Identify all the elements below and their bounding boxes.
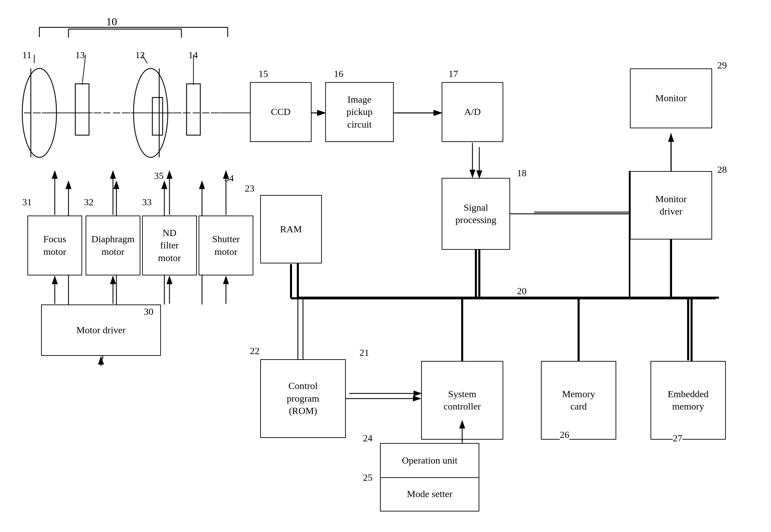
control-program-box: Control program (ROM): [260, 359, 346, 438]
monitor-label: Monitor: [655, 92, 687, 104]
ccd-box: CCD: [250, 82, 312, 142]
label-10: 10: [106, 15, 117, 28]
label-30: 30: [144, 306, 153, 317]
ram-box: RAM: [260, 195, 322, 263]
label-13: 13: [75, 50, 85, 61]
signal-processing-box: Signal processing: [442, 178, 510, 250]
ad-label: A/D: [464, 106, 481, 118]
motor-driver-label: Motor driver: [76, 324, 126, 336]
image-pickup-box: Image pickup circuit: [325, 82, 394, 142]
diaphragm-motor-box: Diaphragm motor: [86, 216, 140, 275]
nd-filter-motor-label: ND filter motor: [158, 227, 181, 264]
label-14: 14: [188, 50, 198, 61]
label-33: 33: [142, 197, 152, 208]
label-12: 12: [135, 50, 145, 61]
label-28: 28: [717, 164, 727, 175]
label-27: 27: [673, 433, 682, 444]
label-23: 23: [245, 183, 254, 194]
label-22: 22: [250, 346, 260, 356]
label-18: 18: [517, 168, 527, 179]
operation-mode-divider: [380, 477, 479, 478]
ram-label: RAM: [280, 223, 302, 235]
element-13: [74, 82, 91, 137]
svg-point-32: [22, 68, 56, 157]
label-15: 15: [258, 68, 268, 79]
label-24: 24: [363, 433, 372, 444]
monitor-box: Monitor: [630, 68, 712, 128]
image-pickup-label: Image pickup circuit: [346, 93, 372, 131]
label-34: 34: [224, 173, 234, 184]
monitor-driver-label: Monitor driver: [655, 193, 687, 218]
element-35: [151, 96, 164, 137]
shutter-motor-box: Shutter motor: [199, 216, 253, 275]
system-controller-box: System controller: [421, 361, 503, 440]
element-14: [185, 82, 202, 137]
operation-unit-box: Operation unit: [380, 443, 479, 477]
label-11: 11: [22, 50, 31, 61]
control-program-label: Control program (ROM): [287, 380, 319, 417]
svg-rect-36: [75, 84, 89, 135]
embedded-memory-box: Embedded memory: [650, 361, 726, 440]
operation-unit-label: Operation unit: [402, 454, 458, 467]
nd-filter-motor-box: ND filter motor: [142, 216, 197, 275]
mode-setter-box: Mode setter: [380, 477, 479, 511]
monitor-driver-box: Monitor driver: [630, 171, 712, 239]
focus-motor-box: Focus motor: [27, 216, 82, 275]
label-21: 21: [359, 347, 369, 358]
shutter-motor-label: Shutter motor: [212, 233, 240, 258]
label-29: 29: [717, 60, 727, 71]
motor-driver-box: Motor driver: [41, 304, 161, 356]
label-17: 17: [448, 68, 458, 79]
lens-11: [19, 62, 60, 164]
embedded-memory-label: Embedded memory: [668, 388, 709, 413]
label-26: 26: [560, 429, 569, 440]
diagram: CCD Image pickup circuit A/D Signal proc…: [0, 0, 771, 532]
memory-card-label: Memory card: [562, 388, 595, 413]
label-16: 16: [334, 68, 343, 79]
system-controller-label: System controller: [444, 388, 481, 413]
diaphragm-motor-label: Diaphragm motor: [91, 233, 135, 258]
focus-motor-label: Focus motor: [43, 233, 66, 258]
label-32: 32: [84, 197, 93, 208]
mode-setter-label: Mode setter: [407, 488, 453, 500]
label-35: 35: [154, 170, 164, 181]
label-20: 20: [517, 286, 527, 297]
memory-card-box: Memory card: [541, 361, 616, 440]
label-25: 25: [363, 472, 372, 483]
label-31: 31: [22, 197, 32, 208]
svg-rect-37: [187, 84, 200, 135]
ccd-label: CCD: [271, 106, 291, 118]
svg-rect-38: [152, 98, 163, 135]
signal-processing-label: Signal processing: [455, 202, 496, 226]
ad-box: A/D: [442, 82, 503, 142]
